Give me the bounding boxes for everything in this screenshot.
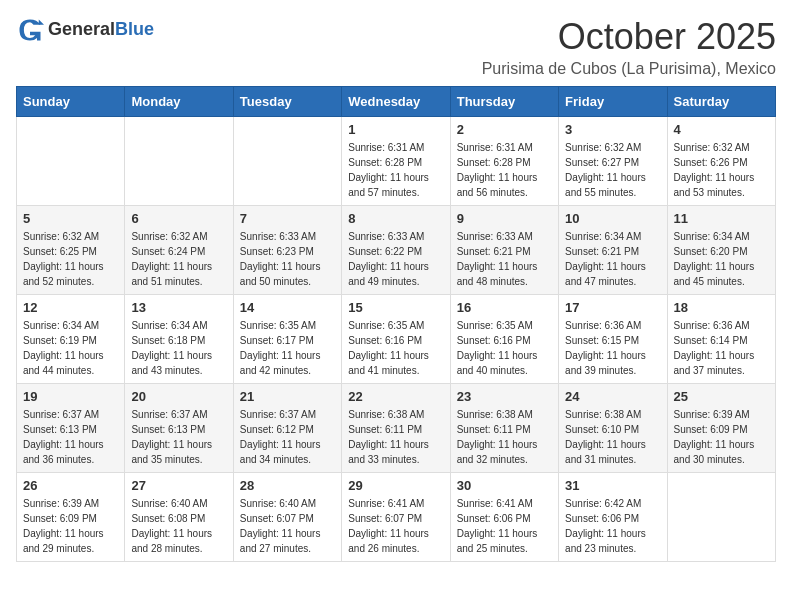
logo-icon [16, 16, 44, 44]
day-info: Sunrise: 6:40 AMSunset: 6:07 PMDaylight:… [240, 496, 335, 556]
day-number: 31 [565, 478, 660, 493]
day-number: 14 [240, 300, 335, 315]
day-info: Sunrise: 6:33 AMSunset: 6:23 PMDaylight:… [240, 229, 335, 289]
calendar-cell: 10Sunrise: 6:34 AMSunset: 6:21 PMDayligh… [559, 206, 667, 295]
calendar-cell: 15Sunrise: 6:35 AMSunset: 6:16 PMDayligh… [342, 295, 450, 384]
column-header-saturday: Saturday [667, 87, 775, 117]
calendar-cell [233, 117, 341, 206]
calendar-week-2: 5Sunrise: 6:32 AMSunset: 6:25 PMDaylight… [17, 206, 776, 295]
calendar-cell: 21Sunrise: 6:37 AMSunset: 6:12 PMDayligh… [233, 384, 341, 473]
logo-text: GeneralBlue [48, 20, 154, 40]
calendar-cell: 26Sunrise: 6:39 AMSunset: 6:09 PMDayligh… [17, 473, 125, 562]
calendar-cell: 19Sunrise: 6:37 AMSunset: 6:13 PMDayligh… [17, 384, 125, 473]
day-info: Sunrise: 6:36 AMSunset: 6:14 PMDaylight:… [674, 318, 769, 378]
day-number: 23 [457, 389, 552, 404]
day-number: 18 [674, 300, 769, 315]
day-number: 9 [457, 211, 552, 226]
column-header-friday: Friday [559, 87, 667, 117]
calendar-cell [125, 117, 233, 206]
day-number: 13 [131, 300, 226, 315]
calendar-cell: 14Sunrise: 6:35 AMSunset: 6:17 PMDayligh… [233, 295, 341, 384]
day-number: 3 [565, 122, 660, 137]
day-number: 26 [23, 478, 118, 493]
day-info: Sunrise: 6:37 AMSunset: 6:13 PMDaylight:… [23, 407, 118, 467]
day-info: Sunrise: 6:32 AMSunset: 6:26 PMDaylight:… [674, 140, 769, 200]
calendar-cell: 3Sunrise: 6:32 AMSunset: 6:27 PMDaylight… [559, 117, 667, 206]
day-info: Sunrise: 6:35 AMSunset: 6:16 PMDaylight:… [457, 318, 552, 378]
calendar-table: SundayMondayTuesdayWednesdayThursdayFrid… [16, 86, 776, 562]
day-number: 22 [348, 389, 443, 404]
calendar-week-5: 26Sunrise: 6:39 AMSunset: 6:09 PMDayligh… [17, 473, 776, 562]
calendar-cell [667, 473, 775, 562]
day-number: 5 [23, 211, 118, 226]
day-number: 12 [23, 300, 118, 315]
calendar-cell [17, 117, 125, 206]
calendar-week-3: 12Sunrise: 6:34 AMSunset: 6:19 PMDayligh… [17, 295, 776, 384]
calendar-cell: 2Sunrise: 6:31 AMSunset: 6:28 PMDaylight… [450, 117, 558, 206]
calendar-cell: 30Sunrise: 6:41 AMSunset: 6:06 PMDayligh… [450, 473, 558, 562]
day-number: 7 [240, 211, 335, 226]
day-info: Sunrise: 6:36 AMSunset: 6:15 PMDaylight:… [565, 318, 660, 378]
day-info: Sunrise: 6:38 AMSunset: 6:11 PMDaylight:… [348, 407, 443, 467]
calendar-week-4: 19Sunrise: 6:37 AMSunset: 6:13 PMDayligh… [17, 384, 776, 473]
day-info: Sunrise: 6:31 AMSunset: 6:28 PMDaylight:… [457, 140, 552, 200]
svg-marker-0 [39, 20, 44, 25]
day-number: 27 [131, 478, 226, 493]
calendar-cell: 24Sunrise: 6:38 AMSunset: 6:10 PMDayligh… [559, 384, 667, 473]
calendar-cell: 22Sunrise: 6:38 AMSunset: 6:11 PMDayligh… [342, 384, 450, 473]
calendar-cell: 23Sunrise: 6:38 AMSunset: 6:11 PMDayligh… [450, 384, 558, 473]
day-number: 2 [457, 122, 552, 137]
day-info: Sunrise: 6:37 AMSunset: 6:13 PMDaylight:… [131, 407, 226, 467]
calendar-cell: 13Sunrise: 6:34 AMSunset: 6:18 PMDayligh… [125, 295, 233, 384]
day-number: 20 [131, 389, 226, 404]
logo: GeneralBlue [16, 16, 154, 44]
day-info: Sunrise: 6:34 AMSunset: 6:21 PMDaylight:… [565, 229, 660, 289]
day-info: Sunrise: 6:34 AMSunset: 6:19 PMDaylight:… [23, 318, 118, 378]
logo-general: General [48, 19, 115, 39]
column-header-tuesday: Tuesday [233, 87, 341, 117]
day-number: 29 [348, 478, 443, 493]
month-title: October 2025 [482, 16, 776, 58]
day-info: Sunrise: 6:38 AMSunset: 6:11 PMDaylight:… [457, 407, 552, 467]
day-number: 11 [674, 211, 769, 226]
day-number: 19 [23, 389, 118, 404]
calendar-cell: 25Sunrise: 6:39 AMSunset: 6:09 PMDayligh… [667, 384, 775, 473]
day-number: 8 [348, 211, 443, 226]
calendar-cell: 17Sunrise: 6:36 AMSunset: 6:15 PMDayligh… [559, 295, 667, 384]
calendar-cell: 12Sunrise: 6:34 AMSunset: 6:19 PMDayligh… [17, 295, 125, 384]
day-number: 21 [240, 389, 335, 404]
day-info: Sunrise: 6:41 AMSunset: 6:07 PMDaylight:… [348, 496, 443, 556]
day-info: Sunrise: 6:41 AMSunset: 6:06 PMDaylight:… [457, 496, 552, 556]
day-number: 17 [565, 300, 660, 315]
calendar-cell: 16Sunrise: 6:35 AMSunset: 6:16 PMDayligh… [450, 295, 558, 384]
day-number: 15 [348, 300, 443, 315]
day-info: Sunrise: 6:32 AMSunset: 6:24 PMDaylight:… [131, 229, 226, 289]
column-header-sunday: Sunday [17, 87, 125, 117]
calendar-cell: 11Sunrise: 6:34 AMSunset: 6:20 PMDayligh… [667, 206, 775, 295]
logo-blue: Blue [115, 19, 154, 39]
calendar-cell: 29Sunrise: 6:41 AMSunset: 6:07 PMDayligh… [342, 473, 450, 562]
calendar-header-row: SundayMondayTuesdayWednesdayThursdayFrid… [17, 87, 776, 117]
calendar-cell: 18Sunrise: 6:36 AMSunset: 6:14 PMDayligh… [667, 295, 775, 384]
column-header-thursday: Thursday [450, 87, 558, 117]
day-info: Sunrise: 6:32 AMSunset: 6:25 PMDaylight:… [23, 229, 118, 289]
page-header: GeneralBlue October 2025 Purisima de Cub… [16, 16, 776, 78]
calendar-cell: 9Sunrise: 6:33 AMSunset: 6:21 PMDaylight… [450, 206, 558, 295]
day-number: 25 [674, 389, 769, 404]
day-number: 1 [348, 122, 443, 137]
day-info: Sunrise: 6:37 AMSunset: 6:12 PMDaylight:… [240, 407, 335, 467]
calendar-cell: 5Sunrise: 6:32 AMSunset: 6:25 PMDaylight… [17, 206, 125, 295]
calendar-cell: 28Sunrise: 6:40 AMSunset: 6:07 PMDayligh… [233, 473, 341, 562]
calendar-cell: 27Sunrise: 6:40 AMSunset: 6:08 PMDayligh… [125, 473, 233, 562]
day-info: Sunrise: 6:38 AMSunset: 6:10 PMDaylight:… [565, 407, 660, 467]
day-info: Sunrise: 6:31 AMSunset: 6:28 PMDaylight:… [348, 140, 443, 200]
day-number: 4 [674, 122, 769, 137]
day-number: 10 [565, 211, 660, 226]
calendar-cell: 7Sunrise: 6:33 AMSunset: 6:23 PMDaylight… [233, 206, 341, 295]
day-info: Sunrise: 6:40 AMSunset: 6:08 PMDaylight:… [131, 496, 226, 556]
calendar-cell: 1Sunrise: 6:31 AMSunset: 6:28 PMDaylight… [342, 117, 450, 206]
column-header-monday: Monday [125, 87, 233, 117]
day-info: Sunrise: 6:35 AMSunset: 6:17 PMDaylight:… [240, 318, 335, 378]
day-info: Sunrise: 6:34 AMSunset: 6:18 PMDaylight:… [131, 318, 226, 378]
title-block: October 2025 Purisima de Cubos (La Puris… [482, 16, 776, 78]
